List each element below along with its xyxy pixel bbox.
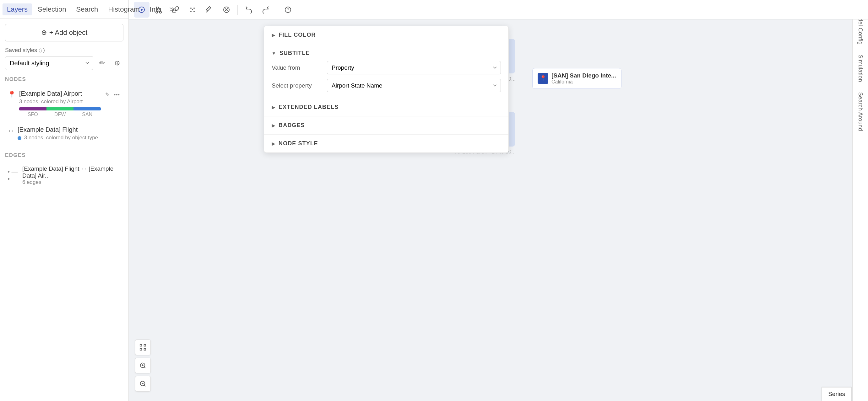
edges-section-title: EDGES xyxy=(5,152,123,159)
layer-item-airport[interactable]: 📍 [Example Data] Airport 3 nodes, colore… xyxy=(5,86,123,121)
redo-button[interactable] xyxy=(258,2,274,18)
color-bar-san xyxy=(73,107,101,110)
node-sub-san: California xyxy=(552,79,616,85)
tab-selection[interactable]: Selection xyxy=(33,3,71,15)
svg-point-9 xyxy=(190,11,192,12)
airport-layer-sub: 3 nodes, colored by Airport xyxy=(19,99,101,105)
series-button[interactable]: Series xyxy=(822,387,852,401)
select-property-row: Select property Airport State Name xyxy=(272,79,501,92)
svg-point-10 xyxy=(193,11,195,12)
node-san[interactable]: 📍 [SAN] San Diego Inte... California xyxy=(532,68,621,89)
sidebar: Layers Selection Search Histogram Info ≫… xyxy=(0,0,129,401)
plus-circle-icon: ⊕ xyxy=(41,29,47,37)
toolbar-separator-1 xyxy=(238,5,238,15)
badges-label: BADGES xyxy=(279,122,305,129)
fill-color-label: FILL COLOR xyxy=(279,32,316,38)
node-card-san[interactable]: 📍 [SAN] San Diego Inte... California xyxy=(532,68,621,89)
fill-color-header[interactable]: ▶ FILL COLOR xyxy=(272,32,501,38)
airport-layer-name: [Example Data] Airport xyxy=(19,90,101,97)
color-label-san: SAN xyxy=(73,112,101,118)
extended-labels-header[interactable]: ▶ EXTENDED LABELS xyxy=(272,104,501,110)
node-style-label: NODE STYLE xyxy=(279,140,318,147)
node-text-san: [SAN] San Diego Inte... California xyxy=(552,72,616,85)
popup-section-badges: ▶ BADGES xyxy=(264,116,508,135)
airport-more-button[interactable]: ••• xyxy=(113,90,121,99)
value-from-row: Value from Property xyxy=(272,61,501,74)
edge-arrows-icon: • — • xyxy=(7,168,19,182)
tab-layers[interactable]: Layers xyxy=(2,3,32,15)
airport-layer-info: [Example Data] Airport 3 nodes, colored … xyxy=(19,90,101,118)
sidebar-tabs: Layers Selection Search Histogram Info ≫ xyxy=(0,0,128,19)
main-area: ? AA1064 DFW->SAN 20... AA1064 SAN->DFW … xyxy=(129,0,868,401)
color-bar-labels: SFO DFW SAN xyxy=(19,112,101,118)
svg-line-30 xyxy=(144,385,146,386)
saved-styles-label: Saved styles i xyxy=(5,47,123,54)
subtitle-header[interactable]: ▼ SUBTITLE xyxy=(272,50,501,57)
node-style-header[interactable]: ▶ NODE STYLE xyxy=(272,140,501,147)
select-property-label: Select property xyxy=(272,82,322,89)
badges-header[interactable]: ▶ BADGES xyxy=(272,122,501,129)
toolbar: ? xyxy=(129,0,868,20)
tab-histogram[interactable]: Histogram xyxy=(104,3,144,15)
flight-layer-sub: 3 nodes, colored by object type xyxy=(18,135,121,141)
location-pin-icon: 📍 xyxy=(7,91,16,99)
color-bar-sfo xyxy=(19,107,46,110)
svg-line-26 xyxy=(144,367,146,368)
layer-item-flight[interactable]: ↔ [Example Data] Flight 3 nodes, colored… xyxy=(5,122,123,147)
select-property-select[interactable]: Airport State Name xyxy=(327,79,501,92)
tab-search[interactable]: Search xyxy=(72,3,103,15)
edge-item-info: [Example Data] Flight ↔ [Example Data] A… xyxy=(22,165,121,186)
svg-point-7 xyxy=(190,7,192,9)
edge-item-flight-airport[interactable]: • — • [Example Data] Flight ↔ [Example D… xyxy=(5,162,123,189)
fit-button[interactable] xyxy=(135,339,151,355)
node-title-san: [SAN] San Diego Inte... xyxy=(552,72,616,79)
popup-section-node-style: ▶ NODE STYLE xyxy=(264,135,508,153)
info-icon[interactable]: i xyxy=(39,48,44,53)
svg-rect-24 xyxy=(144,348,146,350)
extended-labels-arrow: ▶ xyxy=(272,105,275,110)
flight-layer-name: [Example Data] Flight xyxy=(18,126,121,133)
popup-section-fill-color: ▶ FILL COLOR xyxy=(264,26,508,44)
scatter-tool-button[interactable] xyxy=(185,2,200,18)
svg-rect-23 xyxy=(140,348,142,350)
add-object-button[interactable]: ⊕ + Add object xyxy=(5,24,123,41)
svg-text:?: ? xyxy=(287,7,289,12)
close-tool-button[interactable] xyxy=(219,2,234,18)
airport-edit-button[interactable]: ✎ xyxy=(104,90,111,99)
color-bar-dfw xyxy=(46,107,74,110)
style-selector-row: Default styling ✏ ⊕ xyxy=(5,56,123,70)
subtitle-arrow: ▼ xyxy=(272,51,276,56)
zoom-in-button[interactable] xyxy=(135,358,151,373)
value-from-label: Value from xyxy=(272,64,322,71)
airport-color-bars xyxy=(19,107,101,110)
style-select[interactable]: Default styling xyxy=(5,56,93,70)
value-from-select[interactable]: Property xyxy=(327,61,501,74)
svg-rect-22 xyxy=(144,344,146,346)
zoom-out-button[interactable] xyxy=(135,376,151,392)
svg-rect-21 xyxy=(140,344,142,346)
undo-button[interactable] xyxy=(241,2,256,18)
extended-labels-label: EXTENDED LABELS xyxy=(279,104,339,110)
node-style-arrow: ▶ xyxy=(272,141,275,146)
brush-tool-button[interactable] xyxy=(202,2,217,18)
nodes-section-title: NODES xyxy=(5,76,123,82)
right-panel: Model Config Simulation Search Around xyxy=(852,0,868,401)
right-panel-search-around[interactable]: Search Around xyxy=(856,89,865,135)
toolbar-separator-2 xyxy=(277,5,277,15)
bottom-controls xyxy=(135,339,151,392)
fill-color-arrow: ▶ xyxy=(272,33,275,38)
sidebar-content: ⊕ + Add object Saved styles i Default st… xyxy=(0,19,128,401)
edge-sub: 6 edges xyxy=(22,179,121,186)
collapse-sidebar-button[interactable]: ≫ xyxy=(167,4,179,15)
popup-section-subtitle: ▼ SUBTITLE Value from Property Select pr… xyxy=(264,44,508,98)
help-button[interactable]: ? xyxy=(280,2,296,18)
popup-section-extended-labels: ▶ EXTENDED LABELS xyxy=(264,98,508,116)
edge-name: [Example Data] Flight ↔ [Example Data] A… xyxy=(22,165,121,179)
edges-section: EDGES • — • [Example Data] Flight ↔ [Exa… xyxy=(5,152,123,189)
right-panel-simulation[interactable]: Simulation xyxy=(856,51,865,86)
tab-info[interactable]: Info xyxy=(146,3,166,15)
svg-point-8 xyxy=(193,7,195,9)
edit-style-button[interactable]: ✏ xyxy=(96,57,108,69)
flight-dot-icon xyxy=(18,136,21,140)
add-style-button[interactable]: ⊕ xyxy=(111,57,123,69)
